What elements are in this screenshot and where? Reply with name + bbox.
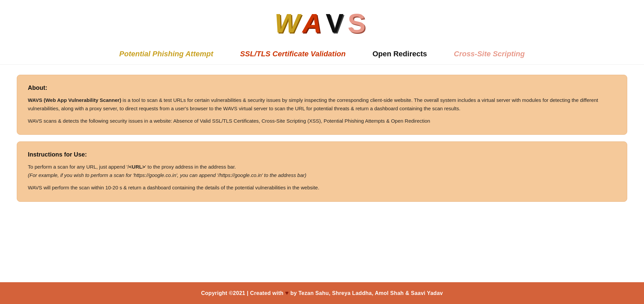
about-para1-bold: WAVS (Web App Vulnerability Scanner) xyxy=(28,97,121,103)
footer: Copyright ©2021 | Created with ♥ by Teza… xyxy=(0,282,644,304)
footer-heart-icon: ♥ xyxy=(285,290,289,296)
instructions-card: Instructions for Use: To perform a scan … xyxy=(17,141,627,201)
logo-letter-a: A xyxy=(302,8,326,38)
instructions-para3: WAVS will perform the scan within 10-20 … xyxy=(28,184,616,192)
about-body: WAVS (Web App Vulnerability Scanner) is … xyxy=(28,96,616,125)
logo-letter-v: V xyxy=(326,8,347,38)
instructions-para2-italic: (For example, if you wish to perform a s… xyxy=(28,172,306,178)
instructions-para1-end: ' to the proxy address in the address ba… xyxy=(145,164,236,170)
instructions-para1-start: To perform a scan for any URL, just appe… xyxy=(28,164,129,170)
header: WAVS xyxy=(0,0,644,44)
instructions-title: Instructions for Use: xyxy=(28,151,616,158)
instructions-body: To perform a scan for any URL, just appe… xyxy=(28,163,616,192)
logo-letter-w: W xyxy=(274,8,302,38)
main-content: About: WAVS (Web App Vulnerability Scann… xyxy=(0,65,644,282)
instructions-para1-bold: <URL> xyxy=(129,164,145,170)
about-card: About: WAVS (Web App Vulnerability Scann… xyxy=(17,75,627,135)
about-para1: WAVS (Web App Vulnerability Scanner) is … xyxy=(28,96,616,113)
nav-item-xss[interactable]: Cross-Site Scripting xyxy=(454,50,525,58)
navigation: Potential Phishing Attempt SSL/TLS Certi… xyxy=(0,44,644,65)
footer-authors: by Tezan Sahu, Shreya Laddha, Amol Shah … xyxy=(290,290,443,296)
about-title: About: xyxy=(28,84,616,92)
nav-item-phishing[interactable]: Potential Phishing Attempt xyxy=(119,50,213,58)
nav-item-ssl[interactable]: SSL/TLS Certificate Validation xyxy=(240,50,346,58)
instructions-para1: To perform a scan for any URL, just appe… xyxy=(28,163,616,180)
nav-item-redirects[interactable]: Open Redirects xyxy=(372,50,427,58)
about-para2: WAVS scans & detects the following secur… xyxy=(28,117,616,125)
logo: WAVS xyxy=(274,10,370,37)
footer-copyright: Copyright ©2021 | Created with xyxy=(201,290,283,296)
logo-letter-s: S xyxy=(347,8,369,38)
